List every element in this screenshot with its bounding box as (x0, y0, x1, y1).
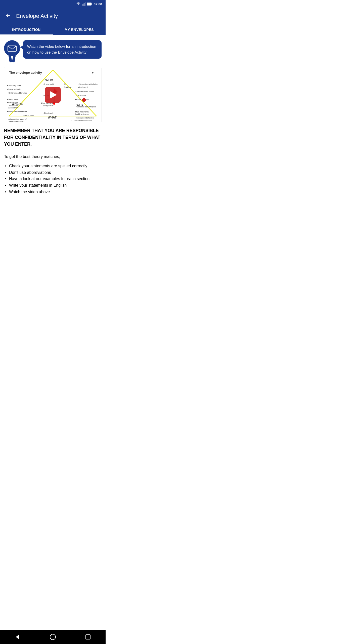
tabs-bar: INTRODUCTION MY ENVELOPES (0, 24, 106, 35)
tips-intro-text: To get the best theory matches; (4, 154, 102, 160)
svg-text:• Home visits: • Home visits (23, 114, 34, 116)
app-header: Envelope Activity (0, 8, 106, 24)
svg-text:• Assessment: • Assessment (7, 107, 19, 109)
svg-rect-1 (82, 4, 82, 6)
intro-speech-bubble: Watch the video below for an introductio… (23, 40, 102, 59)
svg-rect-3 (84, 3, 84, 6)
envelope-mascot-icon (4, 40, 20, 56)
svg-rect-6 (87, 3, 91, 5)
list-item: Watch the video above (4, 189, 102, 195)
svg-text:• No contact with father: • No contact with father (78, 83, 98, 85)
svg-text:health problems: health problems (75, 113, 88, 115)
svg-rect-2 (83, 4, 83, 6)
svg-text:The envelope activity: The envelope activity (9, 71, 42, 74)
svg-text:• Direct work: • Direct work (43, 112, 53, 114)
svg-text:➤: ➤ (92, 71, 94, 74)
svg-text:attachment: attachment (78, 86, 88, 88)
back-arrow-icon (5, 12, 11, 18)
svg-text:• Statutory team: • Statutory team (7, 84, 21, 87)
wifi-icon (76, 2, 81, 6)
svg-rect-7 (92, 4, 92, 5)
svg-text:• Concerns about neglect: • Concerns about neglect (75, 106, 96, 108)
tips-list: Check your statements are spelled correc… (4, 163, 102, 195)
svg-text:• At school: • At school (76, 94, 86, 97)
mascot-container (4, 40, 20, 62)
tab-introduction[interactable]: INTRODUCTION (0, 24, 53, 35)
list-item: Don't use abbreviations (4, 169, 102, 176)
svg-text:• Sexualised behaviour: • Sexualised behaviour (75, 117, 94, 119)
video-play-button[interactable] (45, 87, 61, 103)
svg-text:Girl: Girl (64, 83, 67, 85)
status-bar: 07:00 (0, 0, 106, 8)
play-icon (50, 91, 57, 98)
main-content: Watch the video below for an introductio… (0, 35, 106, 200)
battery-icon (87, 3, 92, 6)
svg-text:• Referral from school: • Referral from school (75, 91, 95, 93)
svg-marker-0 (78, 5, 79, 6)
signal-icon (82, 2, 86, 6)
svg-text:• 7 years old: • 7 years old (43, 83, 54, 85)
mascot-legs (9, 55, 16, 62)
list-item: Check your statements are spelled correc… (4, 163, 102, 169)
back-button[interactable] (4, 11, 12, 21)
svg-rect-4 (85, 2, 85, 6)
svg-text:• Liaison with a range of: • Liaison with a range of (7, 118, 27, 120)
svg-text:WHAT: WHAT (48, 116, 57, 119)
svg-text:other professionals: other professionals (9, 120, 24, 122)
svg-text:WHO: WHO (45, 78, 53, 82)
list-item: Write your statements in English (4, 182, 102, 189)
svg-text:procedures: procedures (9, 104, 18, 106)
svg-text:• Local authority: • Local authority (7, 88, 21, 90)
page-title: Envelope Activity (16, 13, 58, 19)
list-item: Have a look at our examples for each sec… (4, 176, 102, 182)
svg-text:• Children and families: • Children and families (7, 92, 27, 94)
envelope-icon (8, 44, 17, 53)
svg-text:• Observations in school: • Observations in school (71, 119, 92, 122)
video-container[interactable]: The envelope activity ➤ WHO WHERE WHY WH… (4, 67, 102, 122)
svg-text:• Office based field work: • Office based field work (7, 110, 27, 112)
confidentiality-notice: REMEMBER THAT YOU ARE RESPONSIBLE FOR CO… (4, 127, 102, 148)
intro-section: Watch the video below for an introductio… (4, 40, 102, 62)
svg-text:Mum has mental: Mum has mental (75, 111, 89, 113)
status-icons (76, 2, 92, 6)
svg-text:feminism: feminism (64, 86, 72, 88)
svg-text:• Social work: • Social work (7, 98, 18, 100)
svg-text:young  brother: young brother (43, 105, 54, 107)
time-display: 07:00 (94, 2, 102, 6)
tab-my-envelopes[interactable]: MY ENVELOPES (53, 24, 106, 35)
svg-text:• Policies and: • Policies and (7, 101, 18, 104)
